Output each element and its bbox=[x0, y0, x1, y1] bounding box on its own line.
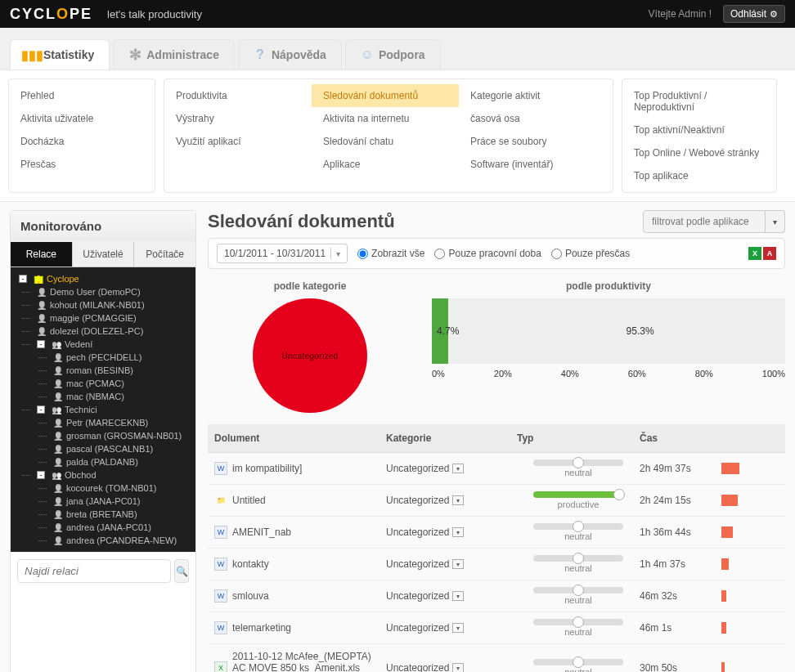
tree-toggle-icon[interactable]: - bbox=[37, 340, 45, 348]
productivity-slider[interactable] bbox=[533, 555, 623, 562]
category-dropdown[interactable]: ▾ bbox=[452, 495, 464, 505]
tree-node[interactable]: kohout (MILANK-NB01) bbox=[14, 298, 192, 311]
tree-node[interactable]: breta (BRETANB) bbox=[14, 508, 192, 521]
tree-node[interactable]: jana (JANA-PC01) bbox=[14, 495, 192, 508]
productivity-slider[interactable] bbox=[533, 659, 623, 665]
time-value: 2h 49m 37s bbox=[640, 463, 721, 474]
sidebar-tab-pocitace[interactable]: Počítače bbox=[134, 242, 195, 267]
search-button[interactable]: 🔍 bbox=[174, 559, 189, 583]
submenu-item[interactable]: Top Online / Webové stránky bbox=[622, 141, 776, 164]
table-row: Wim kompatibility]Uncategorized▾neutral2… bbox=[208, 453, 785, 485]
productivity-slider[interactable] bbox=[533, 491, 623, 498]
category-value: Uncategorized bbox=[386, 495, 449, 506]
submenu-item[interactable]: Sledování chatu bbox=[312, 130, 459, 153]
productivity-slider[interactable] bbox=[533, 587, 623, 594]
document-name[interactable]: kontakty bbox=[232, 558, 269, 570]
submenu-bar: PřehledAktivita uživateleDocházkaPřesčas… bbox=[0, 70, 795, 202]
tree-node[interactable]: mac (PCMAC) bbox=[14, 377, 192, 390]
tab-statistiky[interactable]: ▮▮▮ Statistiky bbox=[10, 39, 110, 69]
tree-toggle-icon[interactable]: - bbox=[37, 405, 45, 414]
tree-node[interactable]: dolezel (DOLEZEL-PC) bbox=[14, 325, 192, 338]
tree-toggle-icon[interactable]: - bbox=[19, 275, 27, 283]
radio-show-all-input[interactable] bbox=[357, 249, 368, 259]
submenu-item[interactable]: Využití aplikací bbox=[164, 130, 312, 153]
tree-node[interactable]: Petr (MARECEKNB) bbox=[14, 416, 192, 429]
submenu-item[interactable]: Produktivita bbox=[164, 84, 312, 107]
radio-work-hours-input[interactable] bbox=[434, 249, 445, 259]
sidebar-tab-relace[interactable]: Relace bbox=[11, 242, 73, 267]
submenu-item[interactable]: časová osa bbox=[459, 107, 606, 130]
tree-node[interactable]: grosman (GROSMAN-NB01) bbox=[14, 429, 192, 442]
filter-app-select[interactable]: filtrovat podle aplikace bbox=[643, 210, 766, 233]
submenu-item[interactable]: Aplikace bbox=[312, 153, 459, 176]
submenu-item[interactable]: Výstrahy bbox=[164, 107, 312, 130]
tree-toggle-icon[interactable]: - bbox=[37, 471, 45, 479]
user-icon bbox=[53, 522, 63, 532]
tree-node[interactable]: andrea (JANA-PC01) bbox=[14, 521, 192, 534]
category-dropdown[interactable]: ▾ bbox=[452, 623, 464, 633]
category-dropdown[interactable]: ▾ bbox=[452, 591, 464, 601]
tree-node[interactable]: andrea (PCANDREA-NEW) bbox=[14, 534, 192, 547]
tree-node[interactable]: roman (BESINB) bbox=[14, 364, 192, 377]
tab-administrace[interactable]: ✻ Administrace bbox=[113, 39, 235, 69]
submenu-item[interactable]: Práce se soubory bbox=[459, 130, 606, 153]
tree-label: andrea (JANA-PC01) bbox=[66, 522, 151, 532]
search-input[interactable] bbox=[17, 559, 171, 583]
document-name[interactable]: AMENIT_nab bbox=[232, 526, 291, 538]
tree-label: Technici bbox=[65, 405, 97, 414]
category-dropdown[interactable]: ▾ bbox=[452, 527, 464, 537]
document-name[interactable]: telemarketing bbox=[232, 622, 291, 634]
submenu-item[interactable]: Aktivita na internetu bbox=[312, 107, 459, 130]
document-name[interactable]: 2011-10-12 McAfee_(MEOPTA) AC MOVE 850 k… bbox=[232, 651, 375, 672]
category-dropdown[interactable]: ▾ bbox=[452, 559, 464, 569]
filter-app-dropdown[interactable] bbox=[766, 210, 785, 233]
tree-node[interactable]: pech (PECHDELL) bbox=[14, 351, 192, 364]
th-time[interactable]: Čas bbox=[640, 432, 721, 444]
user-icon bbox=[37, 300, 47, 310]
tree-node[interactable]: -Technici bbox=[14, 403, 192, 416]
submenu-item[interactable]: Sledování dokumentů bbox=[312, 84, 459, 107]
tree-node[interactable]: pascal (PASCALNB1) bbox=[14, 442, 192, 455]
th-document[interactable]: Dolument bbox=[214, 432, 386, 444]
tree-node[interactable]: mac (NBMAC) bbox=[14, 390, 192, 403]
document-name[interactable]: smlouva bbox=[232, 590, 269, 602]
tab-napoveda[interactable]: ? Nápověda bbox=[238, 39, 342, 69]
submenu-item[interactable]: Aktivita uživatele bbox=[9, 107, 155, 130]
sidebar-tab-uzivatele[interactable]: Uživatelé bbox=[73, 242, 135, 267]
radio-show-all[interactable]: Zobrazit vše bbox=[357, 248, 424, 259]
tree-node[interactable]: -Cyclope bbox=[14, 272, 192, 285]
category-dropdown[interactable]: ▾ bbox=[452, 663, 464, 672]
th-type[interactable]: Typ bbox=[517, 432, 640, 444]
document-name[interactable]: Untitled bbox=[232, 495, 266, 506]
category-dropdown[interactable]: ▾ bbox=[452, 464, 464, 473]
productivity-slider[interactable] bbox=[533, 619, 623, 625]
document-name[interactable]: im kompatibility] bbox=[232, 463, 302, 474]
tree-node[interactable]: maggie (PCMAGGIE) bbox=[14, 311, 192, 325]
date-range-picker[interactable]: 10/1/2011 - 10/31/2011 bbox=[217, 244, 348, 263]
submenu-item[interactable]: Top aplikace bbox=[622, 164, 776, 187]
submenu-item[interactable]: Top aktivní/Neaktivní bbox=[622, 119, 776, 141]
tree-node[interactable]: Demo User (DemoPC) bbox=[14, 285, 192, 298]
tree-node[interactable]: palda (PALDANB) bbox=[14, 455, 192, 468]
radio-overtime-input[interactable] bbox=[551, 249, 562, 259]
submenu-item[interactable]: Top Produktivní / Neproduktivní bbox=[622, 84, 776, 119]
productivity-slider[interactable] bbox=[533, 523, 623, 530]
tab-podpora[interactable]: ☺ Podpora bbox=[345, 39, 441, 69]
tree-node[interactable]: -Obchod bbox=[14, 468, 192, 482]
radio-overtime[interactable]: Pouze přesčas bbox=[551, 248, 630, 259]
submenu-item[interactable]: Docházka bbox=[9, 130, 155, 153]
tree-node[interactable]: -Vedení bbox=[14, 338, 192, 351]
export-pdf-button[interactable]: A bbox=[763, 247, 776, 260]
category-value: Uncategorized bbox=[386, 590, 449, 602]
th-category[interactable]: Kategorie bbox=[386, 432, 517, 444]
export-xls-button[interactable]: X bbox=[748, 247, 761, 260]
productivity-slider[interactable] bbox=[533, 459, 623, 466]
tree-node[interactable]: kocourek (TOM-NB01) bbox=[14, 482, 192, 495]
logout-button[interactable]: Odhlásit bbox=[723, 5, 785, 23]
radio-work-hours[interactable]: Pouze pracovní doba bbox=[434, 248, 541, 259]
submenu-item[interactable]: Kategorie aktivit bbox=[459, 84, 606, 107]
submenu-item[interactable]: Přesčas bbox=[9, 153, 155, 176]
submenu-item[interactable]: Přehled bbox=[9, 84, 155, 107]
submenu-item[interactable]: Software (inventář) bbox=[459, 153, 606, 176]
tree-view[interactable]: -CyclopeDemo User (DemoPC)kohout (MILANK… bbox=[11, 267, 195, 552]
